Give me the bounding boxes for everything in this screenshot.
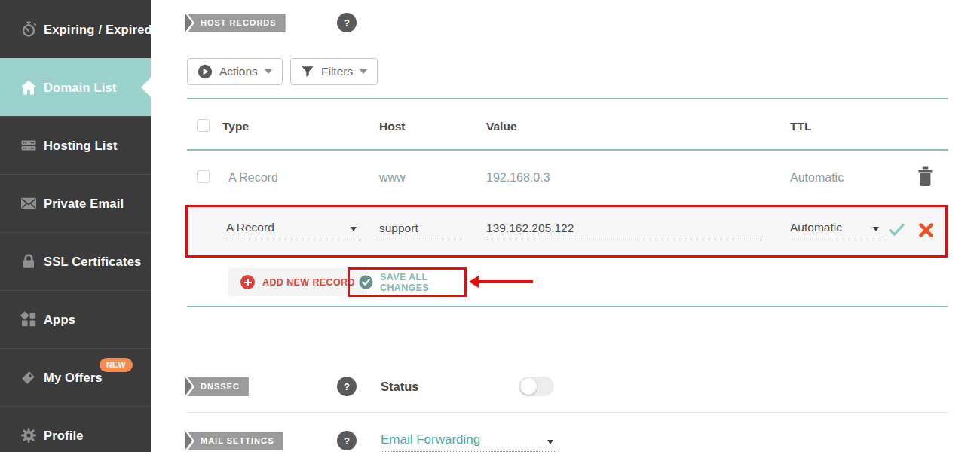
record-type-value: A Record — [226, 221, 274, 234]
sidebar-item-label: SSL Certificates — [44, 255, 141, 269]
lock-icon — [20, 252, 38, 270]
annotation-arrow-line — [477, 280, 533, 283]
table-top-divider — [187, 98, 948, 99]
chevron-down-icon — [547, 440, 553, 444]
row-checkbox[interactable] — [197, 170, 210, 183]
dnssec-status-label: Status — [381, 380, 418, 394]
new-badge: NEW — [100, 358, 133, 372]
mail-settings-help-icon[interactable]: ? — [337, 431, 357, 450]
save-annotation-box: SAVE ALL CHANGES — [348, 267, 467, 297]
dnssec-status-toggle[interactable] — [519, 377, 554, 396]
value-field — [486, 218, 762, 240]
record-host-cell: www — [379, 171, 406, 185]
save-all-changes-label: SAVE ALL CHANGES — [380, 272, 455, 293]
sidebar: Expiring / Expired Domain List Hosting L… — [0, 0, 151, 452]
sidebar-item-expiring-expired[interactable]: Expiring / Expired — [0, 0, 151, 58]
add-new-record-label: ADD NEW RECORD — [262, 277, 355, 288]
column-header-value: Value — [486, 120, 517, 133]
mail-settings-section-badge: MAIL SETTINGS — [185, 432, 283, 450]
chevron-down-icon — [265, 69, 272, 74]
tag-icon — [20, 368, 38, 386]
sidebar-item-domain-list[interactable]: Domain List — [0, 58, 151, 116]
value-input[interactable] — [486, 218, 762, 238]
filters-label: Filters — [321, 65, 353, 78]
server-icon — [20, 136, 38, 154]
sidebar-item-label: Apps — [44, 313, 75, 327]
apps-grid-icon — [20, 310, 38, 328]
filters-dropdown-button[interactable]: Filters — [290, 58, 378, 85]
table-header-divider — [187, 149, 948, 151]
sidebar-item-label: Profile — [44, 429, 84, 443]
chevron-down-icon — [351, 227, 357, 231]
mail-settings-selected-option: Email Forwarding — [381, 432, 480, 447]
column-header-ttl: TTL — [790, 120, 811, 133]
record-type-select[interactable]: A Record — [226, 218, 359, 240]
gear-icon — [20, 426, 38, 444]
column-header-host: Host — [379, 120, 405, 133]
plus-circle-icon — [240, 275, 255, 289]
section-bottom-divider — [187, 306, 948, 307]
home-icon — [20, 78, 38, 96]
sidebar-item-label: Private Email — [44, 197, 124, 211]
actions-label: Actions — [219, 65, 258, 78]
save-all-changes-button[interactable]: SAVE ALL CHANGES — [350, 272, 464, 293]
dnssec-mail-divider — [187, 412, 948, 413]
confirm-check-icon[interactable] — [889, 223, 905, 240]
check-circle-icon — [359, 275, 373, 289]
sidebar-item-my-offers[interactable]: My Offers NEW — [0, 348, 151, 406]
sidebar-item-label: Domain List — [44, 80, 117, 94]
host-records-help-icon[interactable]: ? — [337, 13, 357, 32]
chevron-down-icon — [873, 227, 879, 231]
trash-icon[interactable] — [917, 166, 934, 190]
dnssec-section-label: DNSSEC — [185, 377, 249, 396]
ttl-value: Automatic — [790, 221, 842, 234]
sidebar-item-label: Hosting List — [44, 139, 118, 153]
host-input[interactable] — [379, 218, 464, 238]
dnssec-section-badge: DNSSEC — [185, 377, 249, 396]
select-all-checkbox[interactable] — [197, 119, 210, 132]
envelope-icon — [20, 194, 38, 212]
sidebar-item-label: Expiring / Expired — [44, 22, 152, 36]
actions-dropdown-button[interactable]: Actions — [187, 58, 283, 85]
add-new-record-button[interactable]: ADD NEW RECORD — [228, 268, 367, 296]
mail-settings-section-label: MAIL SETTINGS — [185, 432, 283, 450]
record-ttl-cell: Automatic — [790, 171, 844, 185]
sidebar-item-label: My Offers — [44, 371, 103, 385]
dnssec-help-icon[interactable]: ? — [337, 377, 357, 396]
sidebar-item-apps[interactable]: Apps — [0, 290, 151, 348]
record-type-cell: A Record — [228, 171, 278, 185]
column-header-type: Type — [222, 120, 249, 133]
mail-settings-select[interactable]: Email Forwarding — [381, 432, 556, 452]
play-circle-icon — [198, 64, 213, 79]
sidebar-item-ssl-certificates[interactable]: SSL Certificates — [0, 232, 151, 290]
ttl-select[interactable]: Automatic — [790, 218, 881, 240]
host-field — [379, 218, 464, 240]
sidebar-item-private-email[interactable]: Private Email — [0, 174, 151, 232]
stopwatch-icon — [20, 20, 38, 38]
cancel-x-icon[interactable] — [919, 223, 933, 240]
record-value-cell: 192.168.0.3 — [486, 171, 550, 185]
toggle-knob — [520, 378, 537, 395]
sidebar-item-profile[interactable]: Profile — [0, 406, 151, 452]
chevron-down-icon — [360, 69, 367, 74]
host-records-section-badge: HOST RECORDS — [185, 14, 286, 32]
sidebar-item-hosting-list[interactable]: Hosting List — [0, 116, 151, 174]
funnel-icon — [301, 65, 314, 78]
host-records-section-label: HOST RECORDS — [185, 14, 286, 32]
domain-management-page: Expiring / Expired Domain List Hosting L… — [0, 0, 980, 452]
